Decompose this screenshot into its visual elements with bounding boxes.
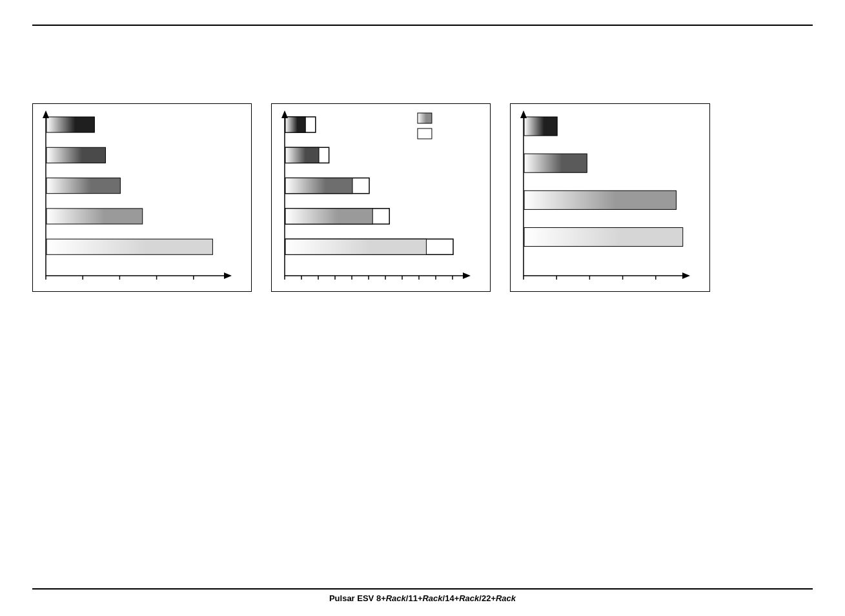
- chart-svg: [514, 107, 703, 287]
- chart-2: [271, 103, 491, 292]
- footer: Pulsar ESV 8+Rack/11+Rack/14+Rack/22+Rac…: [32, 588, 813, 603]
- bar-filled: [46, 239, 212, 254]
- footer-prefix: Pulsar ESV 8+: [329, 593, 386, 603]
- x-arrow-icon: [682, 272, 690, 279]
- footer-rack-1: Rack: [386, 593, 406, 603]
- bar-filled: [524, 154, 587, 172]
- footer-rack-3: Rack: [459, 593, 479, 603]
- footer-rack-2: Rack: [422, 593, 442, 603]
- footer-sep-3: /22+: [479, 593, 496, 603]
- bar-filled: [46, 209, 143, 224]
- legend-swatch-outline: [418, 128, 432, 139]
- footer-rack-4: Rack: [496, 593, 516, 603]
- bar-filled: [285, 178, 352, 194]
- charts-row: [32, 103, 813, 292]
- top-rule: [32, 25, 813, 26]
- y-arrow-icon: [520, 110, 527, 118]
- bar-filled: [285, 147, 319, 163]
- legend-swatch-filled: [418, 113, 432, 123]
- bar-filled: [285, 117, 305, 132]
- bar-filled: [46, 117, 94, 132]
- bar-filled: [524, 227, 683, 246]
- page: Pulsar ESV 8+Rack/11+Rack/14+Rack/22+Rac…: [0, 0, 845, 616]
- bar-filled: [285, 209, 372, 224]
- chart-1: [32, 103, 252, 292]
- x-arrow-icon: [463, 272, 471, 279]
- chart-svg: [276, 107, 484, 287]
- bottom-rule: [32, 588, 813, 590]
- bar-filled: [46, 147, 106, 163]
- bar-filled: [524, 117, 557, 136]
- chart-3: [510, 103, 710, 292]
- bar-filled: [524, 190, 677, 209]
- y-arrow-icon: [281, 110, 288, 118]
- y-arrow-icon: [43, 110, 49, 118]
- bar-filled: [46, 178, 120, 194]
- footer-sep-1: /11+: [406, 593, 423, 603]
- chart-svg: [37, 107, 245, 287]
- x-arrow-icon: [224, 272, 232, 279]
- bar-filled: [285, 239, 426, 254]
- footer-text: Pulsar ESV 8+Rack/11+Rack/14+Rack/22+Rac…: [32, 593, 813, 603]
- footer-sep-2: /14+: [443, 593, 460, 603]
